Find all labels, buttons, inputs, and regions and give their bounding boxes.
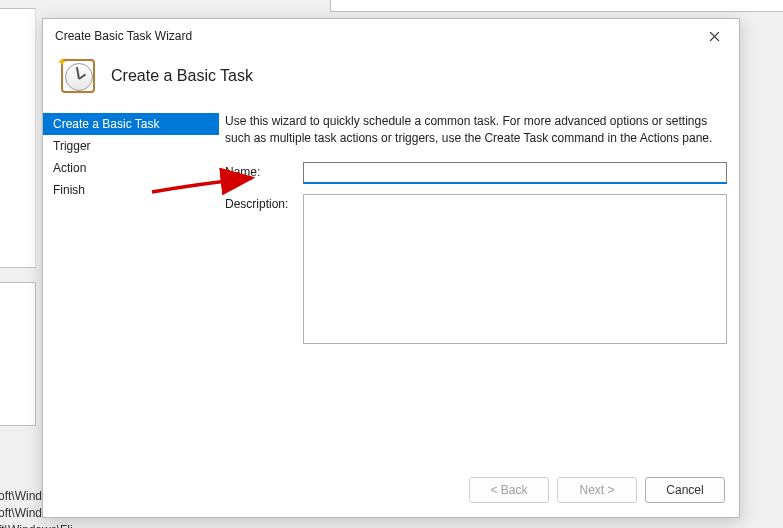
- page-title: Create a Basic Task: [111, 67, 253, 85]
- clock-wizard-icon: ✦: [59, 57, 97, 95]
- background-fragment: [0, 282, 36, 426]
- wizard-dialog: Create Basic Task Wizard ✦ Create a Basi…: [42, 18, 740, 518]
- background-text: ft\Windows\Fli…: [0, 523, 85, 528]
- back-button[interactable]: < Back: [469, 477, 549, 503]
- description-label: Description:: [225, 194, 303, 211]
- name-input[interactable]: [303, 162, 727, 184]
- next-button[interactable]: Next >: [557, 477, 637, 503]
- step-trigger[interactable]: Trigger: [43, 135, 219, 157]
- window-title: Create Basic Task Wizard: [55, 29, 192, 43]
- background-fragment: [330, 0, 783, 12]
- wizard-content: Use this wizard to quickly schedule a co…: [219, 113, 739, 467]
- wizard-body: Create a Basic Task Trigger Action Finis…: [43, 113, 739, 467]
- step-label: Action: [53, 161, 86, 175]
- cancel-button[interactable]: Cancel: [645, 477, 725, 503]
- step-label: Trigger: [53, 139, 91, 153]
- step-label: Create a Basic Task: [53, 117, 160, 131]
- step-label: Finish: [53, 183, 85, 197]
- titlebar: Create Basic Task Wizard: [43, 19, 739, 51]
- close-icon: [709, 31, 720, 42]
- wizard-steps-sidebar: Create a Basic Task Trigger Action Finis…: [43, 113, 219, 467]
- step-create-basic-task[interactable]: Create a Basic Task: [43, 113, 219, 135]
- step-finish[interactable]: Finish: [43, 179, 219, 201]
- wizard-footer: < Back Next > Cancel: [43, 467, 739, 517]
- name-row: Name:: [225, 162, 727, 184]
- step-action[interactable]: Action: [43, 157, 219, 179]
- intro-text: Use this wizard to quickly schedule a co…: [225, 113, 727, 148]
- background-fragment: [0, 8, 36, 268]
- description-input[interactable]: [303, 194, 727, 344]
- wizard-header: ✦ Create a Basic Task: [43, 51, 739, 113]
- description-row: Description:: [225, 194, 727, 344]
- close-button[interactable]: [699, 25, 729, 47]
- name-label: Name:: [225, 162, 303, 179]
